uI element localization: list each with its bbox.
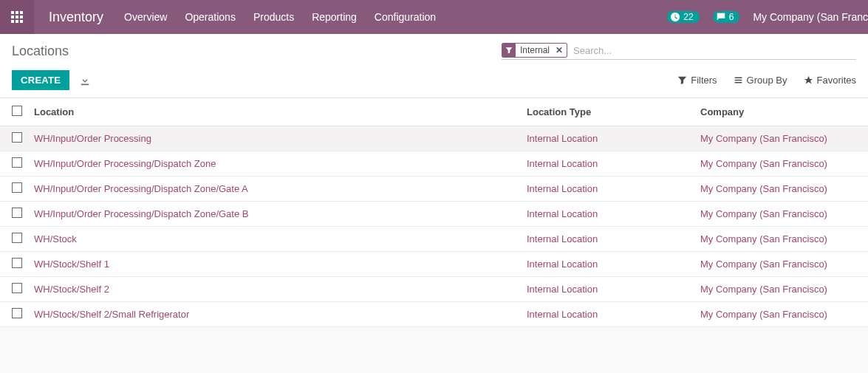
cell-type: Internal Location bbox=[521, 277, 694, 302]
row-checkbox[interactable] bbox=[12, 182, 22, 193]
cell-location: WH/Input/Order Processing bbox=[28, 126, 521, 151]
cell-company: My Company (San Francisco) bbox=[694, 202, 868, 227]
company-link[interactable]: My Company (San Francisco) bbox=[700, 259, 827, 270]
location-link[interactable]: WH/Input/Order Processing/Dispatch Zone/… bbox=[34, 208, 248, 219]
row-checkbox[interactable] bbox=[12, 283, 22, 293]
row-select-cell bbox=[0, 252, 28, 277]
type-link[interactable]: Internal Location bbox=[527, 183, 598, 194]
search-facet-label: Internal bbox=[516, 44, 554, 57]
location-link[interactable]: WH/Stock/Shelf 1 bbox=[34, 259, 109, 270]
location-link[interactable]: WH/Stock/Shelf 2 bbox=[34, 284, 109, 295]
type-link[interactable]: Internal Location bbox=[527, 233, 598, 244]
list-icon bbox=[734, 75, 743, 85]
cell-company: My Company (San Francisco) bbox=[694, 227, 868, 252]
svg-rect-1 bbox=[16, 11, 18, 14]
svg-rect-0 bbox=[11, 11, 14, 14]
type-link[interactable]: Internal Location bbox=[527, 309, 598, 320]
cell-location: WH/Input/Order Processing/Dispatch Zone bbox=[28, 151, 521, 177]
nav-products[interactable]: Products bbox=[253, 11, 294, 23]
row-checkbox[interactable] bbox=[12, 208, 22, 218]
search-input[interactable] bbox=[572, 44, 856, 58]
filters-dropdown[interactable]: Filters bbox=[677, 75, 717, 86]
create-button[interactable]: CREATE bbox=[12, 70, 69, 90]
nav-configuration[interactable]: Configuration bbox=[375, 11, 436, 23]
activities-button[interactable]: 22 bbox=[667, 11, 699, 23]
page-title: Locations bbox=[12, 44, 69, 59]
type-link[interactable]: Internal Location bbox=[527, 259, 598, 270]
cell-type: Internal Location bbox=[521, 202, 694, 227]
company-switcher[interactable]: My Company (San Franc bbox=[753, 11, 868, 23]
cell-company: My Company (San Francisco) bbox=[694, 126, 868, 151]
type-link[interactable]: Internal Location bbox=[527, 133, 598, 144]
location-link[interactable]: WH/Input/Order Processing/Dispatch Zone/… bbox=[34, 183, 248, 194]
apps-menu-button[interactable] bbox=[0, 0, 34, 34]
location-link[interactable]: WH/Input/Order Processing/Dispatch Zone bbox=[34, 158, 216, 169]
discuss-button[interactable]: 6 bbox=[713, 11, 740, 23]
row-select-cell bbox=[0, 151, 28, 177]
table-row[interactable]: WH/Input/Order Processing/Dispatch Zone/… bbox=[0, 177, 868, 202]
table-row[interactable]: WH/Stock/Shelf 2/Small RefrigeratorInter… bbox=[0, 302, 868, 327]
cell-type: Internal Location bbox=[521, 126, 694, 151]
table-row[interactable]: WH/Input/Order Processing/Dispatch ZoneI… bbox=[0, 151, 868, 177]
svg-rect-7 bbox=[16, 20, 18, 23]
grid-icon bbox=[11, 11, 23, 23]
type-link[interactable]: Internal Location bbox=[527, 158, 598, 169]
cell-company: My Company (San Francisco) bbox=[694, 277, 868, 302]
location-link[interactable]: WH/Stock/Shelf 2/Small Refrigerator bbox=[34, 309, 189, 320]
cell-company: My Company (San Francisco) bbox=[694, 151, 868, 177]
header-type[interactable]: Location Type bbox=[521, 98, 694, 126]
header-company[interactable]: Company bbox=[694, 98, 868, 126]
cell-type: Internal Location bbox=[521, 227, 694, 252]
company-link[interactable]: My Company (San Francisco) bbox=[700, 309, 827, 320]
discuss-count: 6 bbox=[729, 12, 734, 22]
location-link[interactable]: WH/Stock bbox=[34, 233, 77, 244]
search-options: Filters Group By Favorites bbox=[677, 75, 856, 86]
table-row[interactable]: WH/Stock/Shelf 2Internal LocationMy Comp… bbox=[0, 277, 868, 302]
funnel-icon bbox=[677, 75, 687, 85]
favorites-dropdown[interactable]: Favorites bbox=[804, 75, 856, 86]
table-row[interactable]: WH/Stock/Shelf 1Internal LocationMy Comp… bbox=[0, 252, 868, 277]
nav-overview[interactable]: Overview bbox=[124, 11, 167, 23]
cell-location: WH/Input/Order Processing/Dispatch Zone/… bbox=[28, 202, 521, 227]
row-checkbox[interactable] bbox=[12, 132, 22, 143]
cell-type: Internal Location bbox=[521, 302, 694, 327]
location-link[interactable]: WH/Input/Order Processing bbox=[34, 133, 151, 144]
type-link[interactable]: Internal Location bbox=[527, 284, 598, 295]
table-row[interactable]: WH/Input/Order ProcessingInternal Locati… bbox=[0, 126, 868, 151]
select-all-checkbox[interactable] bbox=[12, 106, 22, 116]
row-checkbox[interactable] bbox=[12, 233, 22, 243]
cell-type: Internal Location bbox=[521, 177, 694, 202]
export-button[interactable] bbox=[80, 75, 90, 86]
company-link[interactable]: My Company (San Francisco) bbox=[700, 233, 827, 244]
svg-rect-3 bbox=[11, 16, 14, 18]
chat-icon bbox=[716, 12, 726, 22]
type-link[interactable]: Internal Location bbox=[527, 208, 598, 219]
row-select-cell bbox=[0, 227, 28, 252]
row-checkbox[interactable] bbox=[12, 258, 22, 268]
cell-company: My Company (San Francisco) bbox=[694, 252, 868, 277]
company-link[interactable]: My Company (San Francisco) bbox=[700, 183, 827, 194]
search-facet-remove[interactable]: ✕ bbox=[554, 44, 567, 57]
groupby-dropdown[interactable]: Group By bbox=[734, 75, 787, 86]
table-row[interactable]: WH/StockInternal LocationMy Company (San… bbox=[0, 227, 868, 252]
cell-type: Internal Location bbox=[521, 151, 694, 177]
table-row[interactable]: WH/Input/Order Processing/Dispatch Zone/… bbox=[0, 202, 868, 227]
header-location[interactable]: Location bbox=[28, 98, 521, 126]
company-link[interactable]: My Company (San Francisco) bbox=[700, 158, 827, 169]
company-link[interactable]: My Company (San Francisco) bbox=[700, 133, 827, 144]
star-icon bbox=[804, 75, 813, 85]
nav-reporting[interactable]: Reporting bbox=[312, 11, 357, 23]
select-all-header bbox=[0, 98, 28, 126]
row-select-cell bbox=[0, 302, 28, 327]
svg-rect-8 bbox=[20, 20, 23, 23]
row-checkbox[interactable] bbox=[12, 157, 22, 168]
nav-operations[interactable]: Operations bbox=[185, 11, 235, 23]
search-box[interactable]: Internal ✕ bbox=[502, 43, 856, 60]
app-brand[interactable]: Inventory bbox=[34, 10, 124, 25]
company-link[interactable]: My Company (San Francisco) bbox=[700, 208, 827, 219]
nav-right: 22 6 My Company (San Franc bbox=[667, 11, 868, 23]
row-select-cell bbox=[0, 177, 28, 202]
row-checkbox[interactable] bbox=[12, 308, 22, 318]
company-link[interactable]: My Company (San Francisco) bbox=[700, 284, 827, 295]
svg-rect-4 bbox=[16, 16, 18, 18]
